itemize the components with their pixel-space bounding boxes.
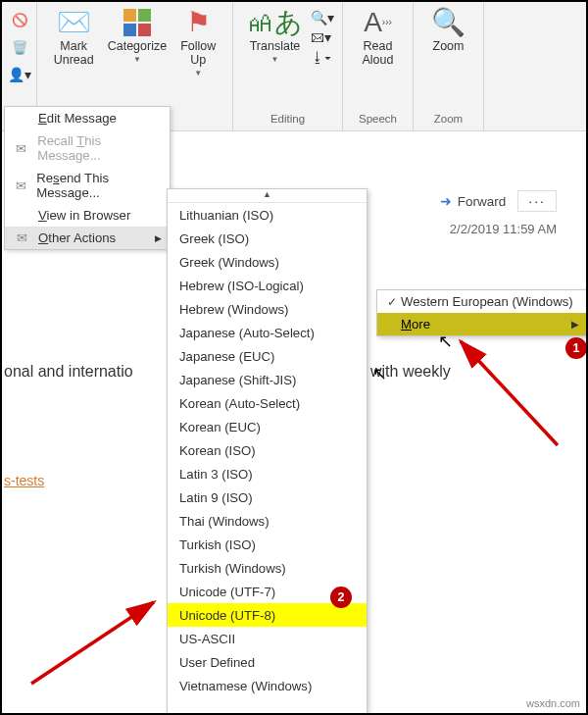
encoding-menu: ▲ Lithuanian (ISO)Greek (ISO)Greek (Wind… [167, 188, 368, 714]
ribbon-group-speech: A››› Read Aloud Speech [343, 2, 414, 130]
encoding-item[interactable]: Greek (ISO) [168, 227, 367, 250]
encoding-item[interactable]: Japanese (EUC) [168, 344, 367, 368]
chevron-down-icon: ▼ [271, 55, 279, 64]
menu-item-edit-message[interactable]: Edit Message [5, 107, 170, 129]
encoding-current-item[interactable]: ✓ Western European (Windows) [377, 290, 587, 313]
callout-badge-2: 2 [330, 587, 352, 608]
zoom-icon: 🔍 [431, 8, 466, 37]
encoding-item[interactable]: Vietnamese (Windows) [168, 674, 367, 697]
encoding-item[interactable]: Latin 9 (ISO) [168, 485, 367, 509]
translate-icon: 🗚あ [247, 8, 303, 37]
zoom-button[interactable]: 🔍 Zoom [425, 6, 471, 55]
group-label: Editing [270, 113, 305, 128]
categorize-button[interactable]: Categorize ▼ [102, 6, 172, 66]
encoding-more-item[interactable]: More ▶ [377, 313, 587, 335]
watermark: wsxdn.com [526, 697, 580, 709]
forward-arrow-icon: ➜ [440, 193, 452, 209]
encoding-item[interactable]: Turkish (ISO) [168, 533, 367, 556]
encoding-item[interactable]: User Defined [168, 650, 367, 674]
encoding-item[interactable]: Korean (ISO) [168, 438, 367, 462]
categories-icon [123, 8, 151, 37]
svg-line-1 [31, 602, 154, 684]
chevron-down-icon: ▼ [194, 69, 202, 77]
encoding-item[interactable]: Thai (Windows) [168, 509, 367, 533]
junk-icon[interactable]: 🗑️ [12, 40, 27, 55]
menu-item-view-in-browser[interactable]: View in Browser [5, 204, 170, 227]
more-actions-button[interactable]: ··· [517, 190, 557, 212]
message-timestamp: 2/2/2019 11:59 AM [450, 222, 557, 236]
resend-icon: ✉ [13, 179, 28, 193]
encoding-item[interactable]: Korean (Auto-Select) [168, 391, 367, 415]
ribbon-group-editing: 🗚あ Translate ▼ 🔍▾ 🖂▾ ⭳▾ Editing [233, 2, 343, 130]
read-aloud-button[interactable]: A››› Read Aloud [357, 6, 400, 69]
flag-icon: ⚑ [186, 8, 211, 37]
check-icon: ✓ [383, 295, 401, 309]
message-actions: ➜ Forward ··· [440, 190, 557, 212]
encoding-item[interactable]: Japanese (Shift-JIS) [168, 368, 367, 391]
translate-button[interactable]: 🗚あ Translate ▼ [241, 6, 309, 66]
encoding-item[interactable]: Korean (EUC) [168, 415, 367, 438]
related-icon[interactable]: 🖂▾ [311, 29, 334, 45]
gear-dropdown-icon[interactable]: 👤▾ [8, 67, 31, 82]
select-icon[interactable]: ⭳▾ [311, 49, 334, 65]
callout-badge-1: 1 [565, 337, 587, 359]
chevron-down-icon: ▼ [133, 55, 141, 64]
menu-scroll-up[interactable]: ▲ [168, 189, 367, 203]
ribbon-group-zoom: 🔍 Zoom Zoom [414, 2, 484, 130]
menu-item-resend[interactable]: ✉ Resend This Message... [5, 167, 170, 204]
mouse-cursor-icon: ↖ [438, 331, 453, 352]
recall-icon: ✉ [13, 141, 29, 156]
encoding-item[interactable]: Lithuanian (ISO) [168, 203, 367, 227]
follow-up-button[interactable]: ⚑ Follow Up ▼ [174, 6, 221, 79]
read-aloud-icon: A››› [364, 8, 392, 37]
email-body-fragment: onal and internatio [4, 363, 133, 381]
group-label: Speech [359, 113, 397, 128]
mouse-cursor-icon: ↖ [372, 363, 387, 384]
encoding-item[interactable]: Hebrew (Windows) [168, 297, 367, 321]
find-icon[interactable]: 🔍▾ [311, 10, 334, 26]
chevron-right-icon: ▶ [155, 233, 162, 243]
email-body-link-fragment[interactable]: s-tests [4, 473, 44, 488]
encoding-item[interactable]: Turkish (Windows) [168, 556, 367, 580]
encoding-item[interactable]: Greek (Windows) [168, 250, 367, 274]
encoding-item[interactable]: Hebrew (ISO-Logical) [168, 274, 367, 297]
envelope-icon: ✉️ [57, 8, 91, 37]
group-label: Zoom [434, 113, 463, 128]
menu-item-recall: ✉ Recall This Message... [5, 129, 170, 167]
ignore-icon[interactable]: 🚫 [12, 13, 27, 27]
other-actions-icon: ✉ [13, 230, 30, 245]
mark-unread-button[interactable]: ✉️ Mark Unread [48, 6, 100, 69]
encoding-submenu: ✓ Western European (Windows) More ▶ [376, 289, 588, 336]
actions-context-menu: Edit Message ✉ Recall This Message... ✉ … [4, 106, 171, 250]
forward-button[interactable]: ➜ Forward [440, 193, 507, 209]
encoding-list: Lithuanian (ISO)Greek (ISO)Greek (Window… [168, 203, 367, 713]
encoding-item[interactable]: Japanese (Auto-Select) [168, 321, 367, 344]
chevron-right-icon: ▶ [571, 319, 579, 330]
encoding-item[interactable]: Latin 3 (ISO) [168, 462, 367, 485]
encoding-item[interactable]: US-ASCII [168, 627, 367, 650]
menu-item-other-actions[interactable]: ✉ Other Actions ▶ [5, 227, 170, 249]
svg-line-0 [461, 341, 558, 445]
